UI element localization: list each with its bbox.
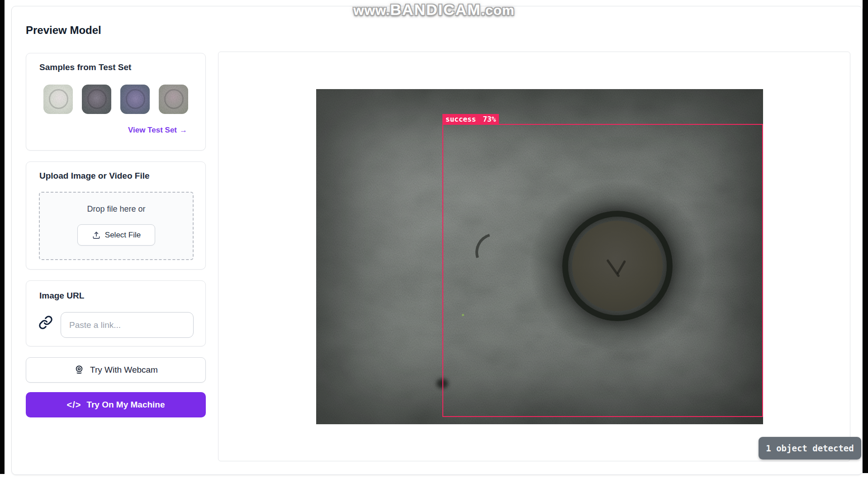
sample-noise-texture xyxy=(82,85,111,114)
machine-button-label: Try On My Machine xyxy=(86,400,165,410)
detection-bounding-box xyxy=(442,124,763,417)
select-file-label: Select File xyxy=(105,231,141,240)
test-set-thumbnail-1[interactable] xyxy=(43,85,73,114)
dropzone-text: Drop file here or xyxy=(40,204,193,214)
detection-label: success73% xyxy=(442,114,499,124)
image-url-input[interactable] xyxy=(61,312,194,338)
try-on-my-machine-button[interactable]: </> Try On My Machine xyxy=(26,392,206,417)
detection-class-name: success xyxy=(446,115,476,123)
samples-title: Samples from Test Set xyxy=(39,62,131,72)
upload-title: Upload Image or Video File xyxy=(39,171,150,181)
image-url-card: Image URL xyxy=(26,280,206,346)
sample-noise-texture xyxy=(120,85,150,114)
test-set-thumbnail-4[interactable] xyxy=(159,85,188,114)
screen-edge-left xyxy=(0,0,5,474)
try-with-webcam-button[interactable]: Try With Webcam xyxy=(26,357,206,383)
view-test-set-link[interactable]: View Test Set→ xyxy=(128,126,187,135)
samples-card: Samples from Test Set View Test Set→ xyxy=(26,53,206,151)
view-test-set-label: View Test Set xyxy=(128,126,177,134)
select-file-button[interactable]: Select File xyxy=(77,224,155,246)
page-title: Preview Model xyxy=(26,24,101,37)
detection-confidence: 73% xyxy=(483,115,496,123)
webcam-icon xyxy=(74,365,85,375)
file-dropzone[interactable]: Drop file here or Select File xyxy=(39,192,194,260)
sample-noise-texture xyxy=(159,85,188,114)
sample-noise-texture xyxy=(43,85,73,114)
webcam-button-label: Try With Webcam xyxy=(90,365,158,375)
test-set-thumbnails xyxy=(43,85,188,114)
upload-card: Upload Image or Video File Drop file her… xyxy=(26,161,206,270)
objects-detected-badge: 1 object detected xyxy=(759,437,861,460)
code-icon: </> xyxy=(66,400,81,410)
upload-icon xyxy=(92,231,101,240)
image-url-title: Image URL xyxy=(39,291,84,301)
arrow-right-icon: → xyxy=(180,126,187,134)
test-set-thumbnail-2[interactable] xyxy=(82,85,111,114)
test-set-thumbnail-3[interactable] xyxy=(120,85,150,114)
page: www.BANDICAM.com Preview Model Samples f… xyxy=(0,0,868,488)
screen-edge-right xyxy=(863,0,868,473)
link-icon xyxy=(38,315,53,330)
